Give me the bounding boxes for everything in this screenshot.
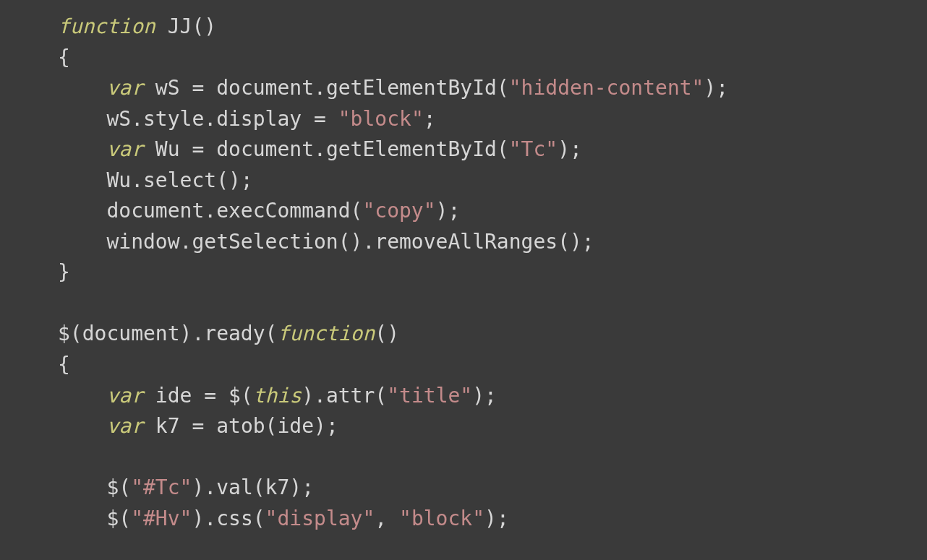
- code-token: "Tc": [509, 137, 558, 161]
- code-line: $("#Hv").css("display", "block");: [58, 507, 509, 530]
- code-token: "display": [265, 507, 375, 530]
- code-token: $(: [58, 475, 131, 499]
- code-line: function JJ(): [58, 14, 216, 38]
- code-token: Wu.select();: [58, 168, 253, 192]
- code-token: "#Tc": [131, 475, 192, 499]
- code-token: =: [192, 414, 204, 438]
- code-line: }: [58, 260, 70, 284]
- code-line: $("#Tc").val(k7);: [58, 475, 314, 499]
- code-token: "#Hv": [131, 507, 192, 530]
- code-token: var: [106, 384, 143, 408]
- code-token: ide: [143, 384, 204, 408]
- code-token: this: [253, 384, 302, 408]
- code-line: {: [58, 353, 70, 376]
- code-token: k7: [143, 414, 192, 438]
- code-line: $(document).ready(function(): [58, 322, 399, 345]
- code-token: Wu: [143, 137, 192, 161]
- code-token: var: [106, 414, 143, 438]
- code-token: =: [192, 76, 204, 100]
- code-line: {: [58, 46, 70, 69]
- code-token: );: [558, 137, 582, 161]
- code-token: var: [106, 137, 143, 161]
- code-token: function: [277, 322, 375, 345]
- code-token: wS.style.display: [58, 107, 314, 131]
- code-token: "block": [399, 507, 484, 530]
- code-token: $(document).ready(: [58, 322, 277, 345]
- code-token: [155, 14, 168, 38]
- code-token: document.getElementById(: [204, 76, 508, 100]
- code-token: ,: [375, 507, 399, 530]
- code-token: var: [106, 76, 143, 100]
- code-token: ).attr(: [302, 384, 387, 408]
- code-token: }: [58, 260, 70, 284]
- code-line: var wS = document.getElementById("hidden…: [58, 76, 728, 100]
- code-token: "hidden-content": [509, 76, 704, 100]
- code-token: );: [472, 384, 497, 408]
- code-token: window.getSelection().removeAllRanges();: [58, 230, 594, 254]
- code-token: ;: [424, 107, 436, 131]
- code-token: document.execCommand(: [58, 199, 362, 223]
- code-token: ).val(k7);: [192, 475, 314, 499]
- code-line: var ide = $(this).attr("title");: [58, 384, 497, 408]
- code-line: Wu.select();: [58, 168, 253, 192]
- code-token: );: [704, 76, 728, 100]
- code-token: );: [484, 507, 509, 530]
- code-line: var Wu = document.getElementById("Tc");: [58, 137, 582, 161]
- code-token: "title": [387, 384, 472, 408]
- code-token: atob(ide);: [204, 414, 338, 438]
- code-token: $(: [216, 384, 253, 408]
- code-token: [58, 76, 106, 100]
- code-token: {: [58, 353, 70, 376]
- code-token: [58, 414, 106, 438]
- code-token: =: [192, 137, 204, 161]
- code-token: "copy": [362, 199, 435, 223]
- code-line: wS.style.display = "block";: [58, 107, 436, 131]
- code-token: document.getElementById(: [204, 137, 508, 161]
- code-block: function JJ() { var wS = document.getEle…: [0, 0, 927, 534]
- code-token: "block": [338, 107, 424, 131]
- code-line: document.execCommand("copy");: [58, 199, 460, 223]
- code-token: [58, 384, 106, 408]
- code-token: =: [204, 384, 216, 408]
- code-token: $(: [58, 507, 131, 530]
- code-token: ).css(: [192, 507, 265, 530]
- code-token: function: [58, 14, 155, 38]
- code-line: window.getSelection().removeAllRanges();: [58, 230, 594, 254]
- code-token: );: [436, 199, 461, 223]
- code-token: =: [314, 107, 326, 131]
- code-token: [58, 137, 106, 161]
- code-token: {: [58, 46, 70, 69]
- code-token: (): [375, 322, 399, 345]
- code-line: var k7 = atob(ide);: [58, 414, 338, 438]
- code-token: (): [192, 14, 216, 38]
- code-token: JJ: [168, 14, 192, 38]
- code-token: [326, 107, 338, 131]
- code-token: wS: [143, 76, 192, 100]
